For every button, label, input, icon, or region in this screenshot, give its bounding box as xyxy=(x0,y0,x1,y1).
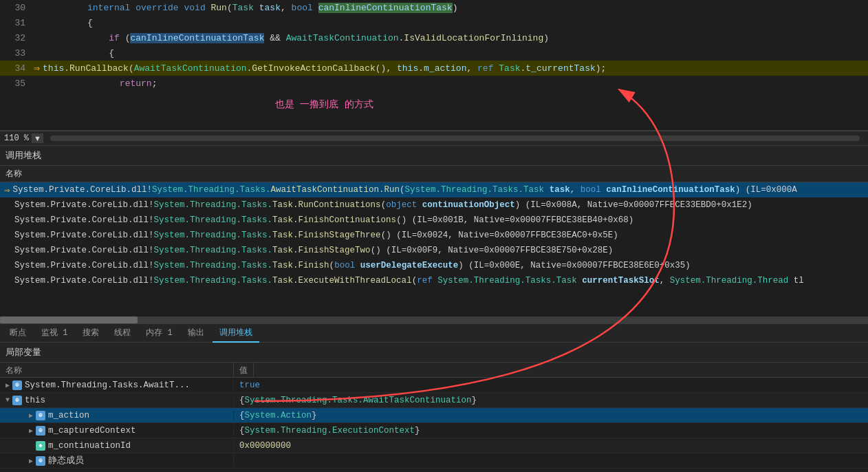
stack-row-6[interactable]: System.Private.CoreLib.dll!System.Thread… xyxy=(0,273,868,288)
callstack-rows: ⇒ System.Private.CoreLib.dll!System.Thre… xyxy=(0,182,868,317)
stack-text-0: System.Private.CoreLib.dll!System.Thread… xyxy=(12,185,796,195)
local-value-0: true xyxy=(234,380,868,390)
line-number-32: 32 xyxy=(3,33,34,43)
stack-row-2[interactable]: System.Private.CoreLib.dll!System.Thread… xyxy=(0,213,868,228)
locals-col-value: 值 xyxy=(234,363,254,377)
stack-text-4: System.Private.CoreLib.dll!System.Thread… xyxy=(4,246,613,255)
code-line-35: 35 return; xyxy=(0,76,868,91)
code-content-32: if (canInlineContinuationTask && AwaitTa… xyxy=(34,33,868,43)
bottom-tabs: 断点 监视 1 搜索 线程 内存 1 输出 调用堆栈 xyxy=(0,323,868,343)
local-row-2[interactable]: ▶ ⊕ m_action {System.Action} xyxy=(0,408,868,423)
local-icon-5: ⊕ xyxy=(36,456,45,466)
expand-icon-0[interactable]: ▶ xyxy=(6,381,10,389)
stack-text-6: System.Private.CoreLib.dll!System.Thread… xyxy=(4,276,804,286)
stack-text-2: System.Private.CoreLib.dll!System.Thread… xyxy=(4,215,633,225)
local-row-0[interactable]: ▶ ⊕ System.Threading.Tasks.AwaitT... tru… xyxy=(0,378,868,393)
line-number-30: 30 xyxy=(3,3,34,13)
callstack-panel: 调用堆栈 名称 ⇒ System.Private.CoreLib.dll!Sys… xyxy=(0,146,868,323)
expand-icon-1[interactable]: ▼ xyxy=(6,396,10,404)
horizontal-scrollbar[interactable] xyxy=(50,136,860,141)
local-row-5[interactable]: ▶ ⊕ 静态成员 xyxy=(0,453,868,469)
local-icon-4: ◆ xyxy=(36,441,45,451)
local-label-3: m_capturedContext xyxy=(48,426,136,436)
local-row-1[interactable]: ▼ ⊕ this {System.Threading.Tasks.AwaitTa… xyxy=(0,393,868,408)
local-name-3: ▶ ⊕ m_capturedContext xyxy=(0,426,234,436)
locals-title: 局部变量 xyxy=(0,343,868,363)
zoom-dropdown-btn[interactable]: ▼ xyxy=(32,133,43,143)
tab-memory[interactable]: 内存 1 xyxy=(139,324,179,343)
stack-row-5[interactable]: System.Private.CoreLib.dll!System.Thread… xyxy=(0,258,868,273)
tab-search[interactable]: 搜索 xyxy=(76,324,106,343)
zoom-bar: 110 % ▼ xyxy=(0,131,868,146)
code-content-31: { xyxy=(34,18,868,28)
local-label-1: this xyxy=(25,396,45,405)
locals-panel: 局部变量 名称 值 ▶ ⊕ System.Threading.Tasks.Awa… xyxy=(0,343,868,472)
code-content-30: internal override void Run(Task task, bo… xyxy=(34,3,868,13)
tab-watch1[interactable]: 监视 1 xyxy=(34,324,74,343)
code-content-33: { xyxy=(34,48,868,58)
locals-col-name: 名称 xyxy=(0,363,234,377)
local-value-3: {System.Threading.ExecutionContext} xyxy=(234,426,868,436)
code-editor: 30 internal override void Run(Task task,… xyxy=(0,0,868,131)
local-row-4[interactable]: ▶ ◆ m_continuationId 0x00000000 xyxy=(0,438,868,453)
expand-icon-3[interactable]: ▶ xyxy=(29,427,33,435)
tab-breakpoints[interactable]: 断点 xyxy=(3,324,33,343)
local-name-2: ▶ ⊕ m_action xyxy=(0,411,234,420)
local-row-3[interactable]: ▶ ⊕ m_capturedContext {System.Threading.… xyxy=(0,423,868,438)
stack-row-0[interactable]: ⇒ System.Private.CoreLib.dll!System.Thre… xyxy=(0,182,868,197)
local-icon-3: ⊕ xyxy=(36,426,45,436)
callstack-title: 调用堆栈 xyxy=(0,146,868,166)
local-label-4: m_continuationId xyxy=(48,441,131,451)
callstack-col-name: 名称 xyxy=(6,169,22,179)
line-number-34: 34 xyxy=(3,63,34,74)
stack-row-4[interactable]: System.Private.CoreLib.dll!System.Thread… xyxy=(0,243,868,258)
local-value-4: 0x00000000 xyxy=(234,441,868,451)
code-line-30: 30 internal override void Run(Task task,… xyxy=(0,0,868,15)
stack-arrow-0: ⇒ xyxy=(4,184,10,196)
code-line-31: 31 { xyxy=(0,15,868,30)
stack-row-3[interactable]: System.Private.CoreLib.dll!System.Thread… xyxy=(0,228,868,243)
local-name-0: ▶ ⊕ System.Threading.Tasks.AwaitT... xyxy=(0,380,234,390)
local-label-5: 静态成员 xyxy=(48,455,84,466)
local-name-1: ▼ ⊕ this xyxy=(0,396,234,405)
stack-text-3: System.Private.CoreLib.dll!System.Thread… xyxy=(4,230,618,240)
local-icon-1: ⊕ xyxy=(12,396,22,405)
tab-callstack[interactable]: 调用堆栈 xyxy=(213,324,259,343)
callstack-col-header: 名称 xyxy=(0,166,868,182)
callstack-hscroll[interactable] xyxy=(0,317,868,323)
annotation-text: 也是 一撸到底 的方式 xyxy=(275,98,373,111)
code-content-35: return; xyxy=(34,78,868,89)
expand-icon-5[interactable]: ▶ xyxy=(29,457,33,465)
arrow-indicator: ⇒ xyxy=(34,62,40,75)
stack-text-5: System.Private.CoreLib.dll!System.Thread… xyxy=(4,261,691,270)
local-icon-0: ⊕ xyxy=(12,380,22,390)
zoom-label: 110 % xyxy=(4,133,29,143)
code-line-34: 34 ⇒ this.RunCallback(AwaitTaskContinuat… xyxy=(0,61,868,76)
local-label-2: m_action xyxy=(48,411,89,420)
stack-text-1: System.Private.CoreLib.dll!System.Thread… xyxy=(4,200,752,210)
local-value-1: {System.Threading.Tasks.AwaitTaskContinu… xyxy=(234,396,868,405)
code-line-32: 32 if (canInlineContinuationTask && Awai… xyxy=(0,30,868,45)
line-number-33: 33 xyxy=(3,48,34,58)
local-label-0: System.Threading.Tasks.AwaitT... xyxy=(25,380,190,390)
locals-col-headers: 名称 值 xyxy=(0,363,868,378)
local-value-2: {System.Action} xyxy=(234,411,868,420)
expand-icon-2[interactable]: ▶ xyxy=(29,411,33,420)
line-number-35: 35 xyxy=(3,78,34,89)
tab-threads[interactable]: 线程 xyxy=(107,324,138,343)
local-name-4: ▶ ◆ m_continuationId xyxy=(0,441,234,451)
local-icon-2: ⊕ xyxy=(36,411,45,420)
line-number-31: 31 xyxy=(3,18,34,28)
stack-row-1[interactable]: System.Private.CoreLib.dll!System.Thread… xyxy=(0,197,868,213)
code-content-34: this.RunCallback(AwaitTaskContinuation.G… xyxy=(43,63,868,74)
code-line-33: 33 { xyxy=(0,45,868,61)
tab-output[interactable]: 输出 xyxy=(181,324,211,343)
local-name-5: ▶ ⊕ 静态成员 xyxy=(0,455,234,466)
